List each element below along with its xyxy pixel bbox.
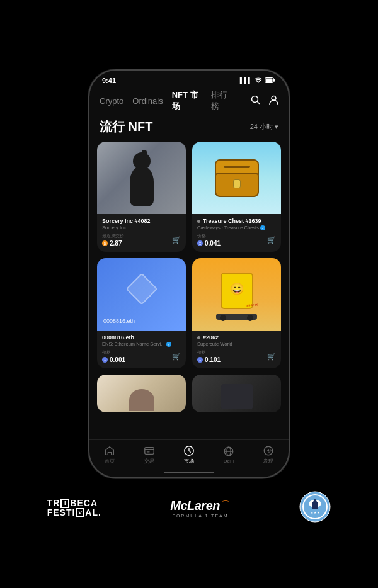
mcity-logo: ★ ★ ★ [299, 491, 331, 525]
phone-wrapper: 9:41 ▌▌▌ [88, 69, 290, 478]
nav-rankings[interactable]: 排行榜 [211, 89, 233, 112]
bottom-nav: 首页 交易 [89, 439, 289, 467]
btc-icon-sorcery: ₿ [102, 240, 108, 246]
nft-image-sorcery [97, 142, 186, 214]
nft-collection-supercute: Supercute World [197, 341, 276, 347]
svg-rect-16 [312, 502, 318, 509]
tribeca-logo: TR I BECA FESTI V AL. [47, 499, 101, 517]
search-icon[interactable] [251, 95, 260, 106]
svg-text:★ ★ ★: ★ ★ ★ [311, 511, 321, 514]
nft-name-sorcery: Sorcery Inc #4082 [102, 218, 151, 224]
cart-icon-supercute[interactable]: 🛒 [267, 353, 276, 361]
price-treasure: 0.041 [205, 240, 220, 247]
bottom-nav-discover-label: 发现 [263, 458, 273, 465]
eth-icon-treasure: Ξ [197, 240, 203, 246]
bottom-nav-home-label: 首页 [105, 458, 115, 465]
page-header: 流行 NFT 24 小时 ▾ [89, 116, 289, 142]
phone-frame: 9:41 ▌▌▌ [88, 69, 290, 478]
nft-dot-supercute [197, 336, 200, 339]
price-label-treasure: 价格 [197, 233, 220, 239]
eth-icon-ens: Ξ [102, 357, 108, 363]
nav-crypto[interactable]: Crypto [100, 96, 123, 106]
mclaren-sub: FORMULA 1 TEAM [173, 514, 229, 518]
price-supercute: 0.101 [205, 356, 220, 363]
price-label-ens: 价格 [102, 349, 125, 356]
eth-icon-supercute: Ξ [197, 357, 203, 363]
nft-collection-treasure: Castaways · Treasure Chests ✓ [197, 225, 276, 230]
price-label-sorcery: 最近成交价 [102, 233, 124, 239]
nft-image-treasure [192, 142, 281, 214]
nft-row-3 [97, 375, 281, 412]
phone-screen: 9:41 ▌▌▌ [89, 71, 289, 477]
status-bar: 9:41 ▌▌▌ [89, 71, 289, 87]
svg-point-0 [258, 82, 259, 83]
bottom-nav-defi[interactable]: DeFi [209, 446, 249, 464]
nav-ordinals[interactable]: Ordinals [132, 96, 163, 106]
nft-card-treasure[interactable]: Treasure Chest #1639 Castaways · Treasur… [192, 142, 281, 252]
nft-card-partial1 [97, 375, 186, 412]
page-title: 流行 NFT [100, 118, 152, 135]
bottom-nav-exchange-label: 交易 [144, 458, 154, 465]
nft-card-supercute[interactable]: 😄 sparco [192, 258, 281, 368]
svg-point-11 [268, 450, 270, 452]
nft-card-sorcery[interactable]: Sorcery Inc #4082 Sorcery Inc 最近成交价 ₿ 2.… [97, 142, 186, 252]
price-sorcery: 2.87 [110, 240, 122, 247]
nft-image-supercute: 😄 sparco [192, 258, 281, 331]
verified-badge-treasure: ✓ [260, 225, 265, 230]
price-label-supercute: 价格 [197, 349, 220, 356]
bottom-nav-exchange[interactable]: 交易 [129, 445, 169, 465]
nft-collection-ens: ENS: Ethereum Name Servi... ✓ [102, 341, 181, 347]
mclaren-logo: McLaren ⌒ FORMULA 1 TEAM [170, 499, 231, 518]
nft-dot-treasure [197, 220, 200, 223]
nft-grid: Sorcery Inc #4082 Sorcery Inc 最近成交价 ₿ 2.… [89, 142, 289, 439]
bottom-nav-defi-label: DeFi [224, 458, 234, 464]
battery-icon [265, 77, 276, 84]
bottom-nav-market-label: 市场 [184, 458, 194, 465]
ens-label: 0008816.eth [103, 318, 135, 324]
svg-rect-5 [145, 448, 154, 455]
logos-section: TR I BECA FESTI V AL. McLaren ⌒ FORMULA … [0, 478, 378, 531]
price-ens: 0.001 [110, 356, 125, 363]
cart-icon-ens[interactable]: 🛒 [172, 353, 181, 361]
status-icons: ▌▌▌ [240, 77, 276, 84]
cart-icon-treasure[interactable]: 🛒 [267, 236, 276, 244]
bottom-nav-discover[interactable]: 发现 [249, 445, 289, 465]
home-indicator [89, 467, 289, 477]
nft-name-ens: 0008816.eth [102, 334, 134, 341]
nft-name-treasure: Treasure Chest #1639 [203, 218, 261, 224]
nav-nft-market[interactable]: NFT 市场 [172, 89, 203, 112]
nft-card-partial2 [192, 375, 281, 412]
nft-card-ens[interactable]: 0008816.eth 0008816.eth ENS: Ethereum Na… [97, 258, 186, 368]
verified-badge-ens: ✓ [166, 342, 171, 347]
status-time: 9:41 [102, 77, 116, 84]
bottom-nav-home[interactable]: 首页 [89, 445, 129, 465]
nft-row-2: 0008816.eth 0008816.eth ENS: Ethereum Na… [97, 258, 281, 368]
profile-icon[interactable] [269, 95, 278, 106]
wifi-icon [255, 77, 262, 84]
chevron-icon: ▾ [275, 123, 278, 131]
cart-icon-sorcery[interactable]: 🛒 [172, 236, 181, 244]
nft-collection-sorcery: Sorcery Inc [102, 225, 181, 230]
nav-bar: Crypto Ordinals NFT 市场 排行榜 [89, 87, 289, 116]
nft-row-1: Sorcery Inc #4082 Sorcery Inc 最近成交价 ₿ 2.… [97, 142, 281, 252]
svg-rect-2 [266, 78, 273, 82]
bottom-nav-market[interactable]: 市场 [169, 445, 209, 465]
signal-icon: ▌▌▌ [240, 77, 252, 84]
nft-name-supercute: #2062 [203, 334, 219, 341]
page-filter[interactable]: 24 小时 ▾ [250, 122, 278, 132]
nft-image-ens: 0008816.eth [97, 258, 186, 331]
